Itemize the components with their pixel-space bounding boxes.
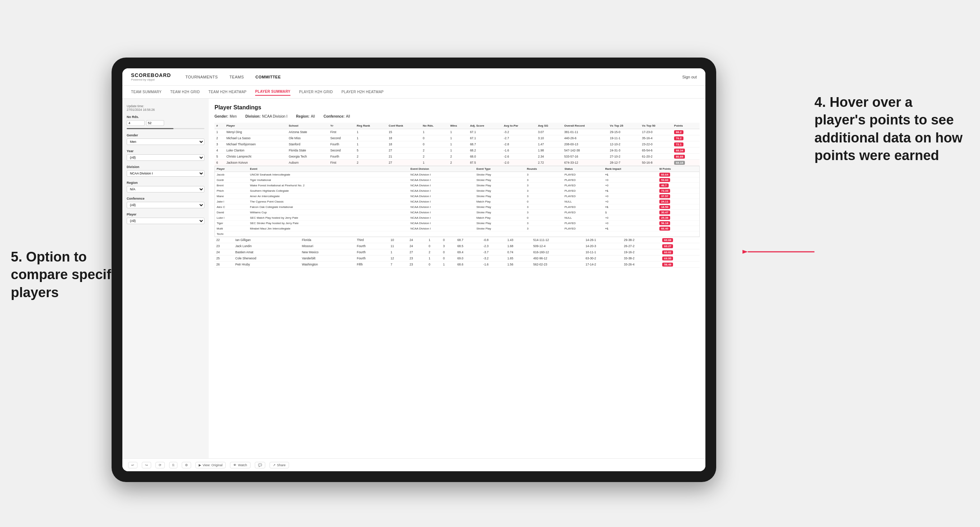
event-col-rank-impact: Rank Impact bbox=[603, 166, 657, 172]
table-row[interactable]: 23 Jack Lundin Missouri Fourth 11 24 0 3… bbox=[215, 243, 700, 249]
sub-nav-team-h2h-heatmap[interactable]: TEAM H2H HEATMAP bbox=[208, 89, 247, 95]
col-conf-rank: Conf Rank bbox=[387, 123, 421, 129]
event-col-rounds: Rounds bbox=[525, 166, 563, 172]
filter-no-rds-min-input[interactable] bbox=[127, 120, 145, 126]
nav-teams[interactable]: TEAMS bbox=[229, 73, 243, 81]
points-badge[interactable]: 60.68 bbox=[662, 238, 673, 242]
event-points-badge: 46.7 bbox=[659, 183, 669, 187]
filter-bar-region-value: All bbox=[311, 114, 315, 118]
filter-bar-division-label: Division: bbox=[245, 114, 261, 118]
filter-player-label: Player bbox=[127, 213, 204, 216]
watch-button[interactable]: 👁 Watch bbox=[230, 462, 250, 468]
filter-year-select[interactable]: (All) bbox=[127, 154, 204, 161]
points-badge-gray[interactable]: 68.18 bbox=[674, 161, 685, 165]
table-row[interactable]: 1 Wenyi Ding Arizona State First 1 15 1 … bbox=[215, 129, 700, 135]
col-wins: Wins bbox=[449, 123, 468, 129]
tablet-screen: SCOREBOARD Powered by clippd TOURNAMENTS… bbox=[123, 68, 705, 471]
table-row-highlighted[interactable]: 6 Jackson Koivun Auburn First 2 27 1 2 8… bbox=[215, 160, 700, 166]
event-table-row: Tiger SEC Stroke Play hosted by Jerry Pa… bbox=[215, 221, 699, 226]
table-row[interactable]: 22 Ian Gilligan Florida Third 10 24 1 0 … bbox=[215, 237, 700, 243]
event-table-row: David Williams Cup NCAA Division I Strok… bbox=[215, 210, 699, 215]
filter-division-label: Division bbox=[127, 165, 204, 169]
copy-button[interactable]: ⎘ bbox=[169, 462, 177, 468]
filter-gender-select[interactable]: Men bbox=[127, 138, 204, 145]
event-points-badge: 56.18 bbox=[659, 221, 670, 225]
filter-player-select[interactable]: (All) bbox=[127, 217, 204, 224]
view-original-label: View: Original bbox=[203, 464, 223, 467]
sub-nav: TEAM SUMMARY TEAM H2H GRID TEAM H2H HEAT… bbox=[123, 86, 705, 98]
share-button[interactable]: ↗ Share bbox=[270, 462, 289, 468]
points-badge[interactable]: 69.95 bbox=[662, 257, 673, 260]
filter-bar-division-value: NCAA Division I bbox=[262, 114, 288, 118]
filter-gender: Gender Men bbox=[127, 133, 204, 145]
event-points-badge: 60.64 bbox=[659, 173, 670, 177]
table-row[interactable]: 2 Michael La Sasso Ole Miss Second 1 18 … bbox=[215, 135, 700, 141]
table-row[interactable]: 25 Cole Sherwood Vanderbilt Fourth 12 23… bbox=[215, 256, 700, 262]
logo-area: SCOREBOARD Powered by clippd bbox=[131, 72, 171, 81]
table-row[interactable]: 24 Bastien Amat New Mexico Fourth 1 27 2… bbox=[215, 249, 700, 256]
event-col-player: Player bbox=[215, 166, 248, 172]
table-row[interactable]: 4 Luke Clanton Florida State Second 5 27… bbox=[215, 148, 700, 154]
nav-committee[interactable]: COMMITTEE bbox=[256, 73, 281, 81]
table-row[interactable]: 3 Michael Thorbjornsen Stanford Fourth 1… bbox=[215, 141, 700, 148]
event-table-row: Alex C Falcon Oak Collegiate Invitationa… bbox=[215, 204, 699, 210]
event-points-badge: 30.47 bbox=[659, 210, 670, 214]
slider-fill bbox=[127, 128, 173, 129]
event-points-badge: 25.38 bbox=[659, 216, 670, 220]
nav-tournaments[interactable]: TOURNAMENTS bbox=[185, 73, 218, 81]
right-panel: Player Standings Gender: Men Division: N… bbox=[209, 98, 705, 458]
table-row[interactable]: 26 Petr Hruby Washington Fifth 7 23 0 1 … bbox=[215, 262, 700, 268]
sub-nav-player-h2h-heatmap[interactable]: PLAYER H2H HEATMAP bbox=[342, 89, 383, 95]
table-header-row: # Player School Yr Reg Rank Conf Rank No… bbox=[215, 123, 700, 129]
event-table-row: Jake l The Cypress Point Classic NCAA Di… bbox=[215, 199, 699, 204]
event-col-event: Event bbox=[248, 166, 409, 172]
filter-division-select[interactable]: NCAA Division I bbox=[127, 170, 204, 177]
filter-no-rds-max-input[interactable] bbox=[146, 120, 164, 126]
filter-conference-select[interactable]: (All) bbox=[127, 202, 204, 208]
event-table-row: Mutti Mirabel Maui Jim Intercollegiate N… bbox=[215, 226, 699, 231]
filter-year-label: Year bbox=[127, 149, 204, 153]
sub-nav-player-summary[interactable]: PLAYER SUMMARY bbox=[255, 88, 290, 96]
watch-label: Watch bbox=[238, 464, 247, 467]
points-badge[interactable]: 88.34 bbox=[674, 149, 685, 152]
points-badge[interactable]: 60.27 bbox=[662, 244, 673, 248]
event-detail-section: Player Event Event Division Event Type R… bbox=[215, 166, 700, 237]
settings-button[interactable]: ⚙ bbox=[182, 462, 191, 468]
filter-gender-label: Gender bbox=[127, 133, 204, 137]
event-points-badge: 18.50 bbox=[659, 205, 670, 209]
points-badge[interactable]: 88.2 bbox=[674, 130, 683, 134]
points-badge[interactable]: 76.2 bbox=[674, 137, 683, 140]
filter-player: Player (All) bbox=[127, 213, 204, 224]
comment-button[interactable]: 💬 bbox=[255, 462, 265, 468]
event-points-badge: 53.60 bbox=[659, 178, 670, 182]
sign-out-button[interactable]: Sign out bbox=[682, 75, 697, 79]
event-table-row: Gordi Tiger Invitational NCAA Division I… bbox=[215, 177, 699, 183]
event-col-w-points: W Points bbox=[657, 166, 699, 172]
col-no-rds: No Rds. bbox=[421, 123, 449, 129]
watch-icon: 👁 bbox=[233, 464, 237, 467]
bottom-toolbar: ↩ ↪ ⟳ ⎘ ⚙ ▶ View: Original 👁 Watch 💬 ↗ S… bbox=[123, 458, 705, 471]
filter-region: Region N/A bbox=[127, 181, 204, 192]
sub-nav-player-h2h-grid[interactable]: PLAYER H2H GRID bbox=[299, 89, 333, 95]
filter-no-rds: No Rds. bbox=[127, 115, 204, 129]
filter-bar-region-label: Region: bbox=[296, 114, 310, 118]
filter-conference-label: Conference bbox=[127, 197, 204, 200]
table-row[interactable]: 5 Christo Lamprecht Georgia Tech Fourth … bbox=[215, 154, 700, 160]
refresh-button[interactable]: ⟳ bbox=[156, 462, 165, 468]
undo-button[interactable]: ↩ bbox=[128, 462, 137, 468]
filter-conference: Conference (All) bbox=[127, 197, 204, 208]
col-school: School bbox=[287, 123, 329, 129]
nav-links: TOURNAMENTS TEAMS COMMITTEE bbox=[185, 73, 682, 81]
points-badge[interactable]: 72.1 bbox=[674, 143, 683, 146]
col-overall-record: Overall Record bbox=[563, 123, 608, 129]
sub-nav-team-h2h-grid[interactable]: TEAM H2H GRID bbox=[170, 89, 200, 95]
filter-region-select[interactable]: N/A bbox=[127, 186, 204, 192]
event-table-row: Brent Wake Forest Invitational at Pinehu… bbox=[215, 183, 699, 188]
points-badge[interactable]: 80.89 bbox=[674, 155, 685, 159]
points-badge[interactable]: 58.49 bbox=[662, 263, 673, 267]
view-original-button[interactable]: ▶ View: Original bbox=[196, 462, 226, 468]
redo-button[interactable]: ↪ bbox=[142, 462, 151, 468]
sub-nav-team-summary[interactable]: TEAM SUMMARY bbox=[131, 89, 162, 95]
points-badge[interactable]: 60.02 bbox=[662, 250, 673, 254]
filter-no-rds-label: No Rds. bbox=[127, 115, 204, 119]
